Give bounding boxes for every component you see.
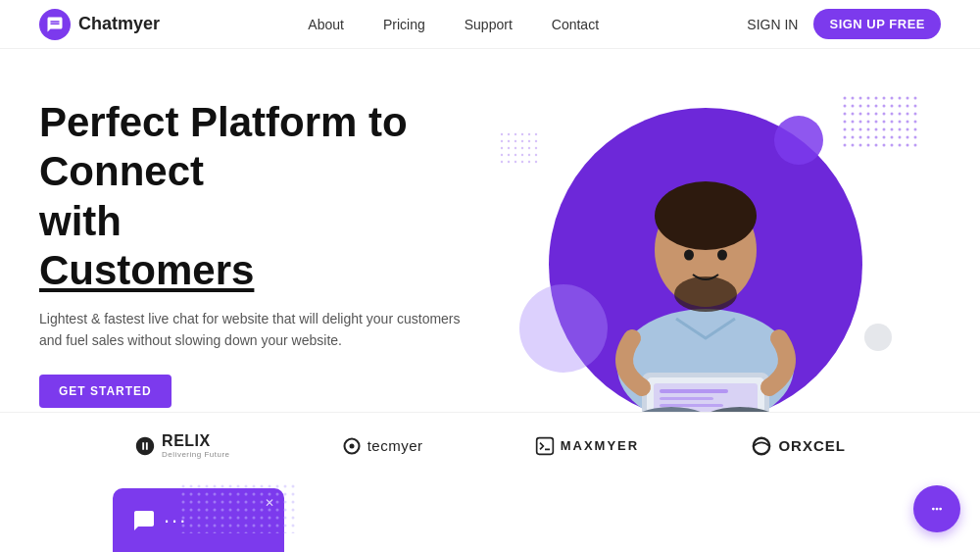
svg-point-8 xyxy=(684,250,694,261)
svg-point-7 xyxy=(674,276,737,312)
svg-rect-14 xyxy=(660,397,713,400)
svg-rect-13 xyxy=(660,389,728,393)
hero-person-illustration xyxy=(534,93,877,412)
logo-orxcel: ORXCEL xyxy=(751,435,846,457)
relix-icon xyxy=(134,435,156,457)
svg-point-28 xyxy=(939,508,942,511)
hero-illustration xyxy=(470,88,941,412)
hero-section: Perfect Platform to Connect with Custome… xyxy=(0,49,980,412)
dots-pattern-tl xyxy=(500,132,539,167)
svg-point-6 xyxy=(655,181,757,250)
logo-tecmyer: tecmyer xyxy=(342,436,423,456)
svg-rect-22 xyxy=(536,437,553,454)
svg-point-26 xyxy=(932,508,935,511)
relix-brand: RELIX Delivering Future xyxy=(162,432,229,459)
nav-actions: SIGN IN SIGN UP FREE xyxy=(747,9,941,39)
svg-point-23 xyxy=(754,437,770,454)
sign-up-button[interactable]: SIGN UP FREE xyxy=(813,9,941,39)
relix-name: RELIX xyxy=(162,432,211,449)
hero-left: Perfect Platform to Connect with Custome… xyxy=(39,88,470,408)
brand: Chatmyer xyxy=(39,9,160,40)
hero-title-underline: Customers xyxy=(39,247,254,293)
hero-title-line2: with xyxy=(39,198,122,244)
widget-chat-icon xyxy=(132,509,156,532)
get-started-button[interactable]: GET STARTED xyxy=(39,375,172,408)
tecmyer-name: tecmyer xyxy=(368,437,423,454)
svg-point-9 xyxy=(717,250,727,261)
relix-sub: Delivering Future xyxy=(162,450,229,459)
svg-rect-25 xyxy=(181,484,299,533)
nav-contact[interactable]: Contact xyxy=(552,17,599,32)
nav-about[interactable]: About xyxy=(308,17,344,32)
logo-maxmyer: MAXMYER xyxy=(535,436,639,456)
svg-point-21 xyxy=(349,443,354,448)
tecmyer-icon xyxy=(342,436,362,456)
navbar: Chatmyer About Pricing Support Contact S… xyxy=(0,0,980,49)
brand-icon xyxy=(39,9,71,40)
hero-subtitle: Lightest & fastest live chat for website… xyxy=(39,308,470,352)
bottom-dots-pattern xyxy=(181,484,299,537)
nav-pricing[interactable]: Pricing xyxy=(383,17,425,32)
hero-title-line1: Perfect Platform to Connect xyxy=(39,99,408,194)
nav-links: About Pricing Support Contact xyxy=(308,17,599,32)
nav-support[interactable]: Support xyxy=(465,17,513,32)
logos-section: RELIX Delivering Future tecmyer MAXMYER … xyxy=(0,412,980,478)
maxmyer-icon xyxy=(535,436,555,456)
chat-bubble-icon xyxy=(926,498,948,520)
maxmyer-name: MAXMYER xyxy=(561,438,639,453)
orxcel-name: ORXCEL xyxy=(778,437,846,454)
brand-name: Chatmyer xyxy=(78,14,160,34)
orxcel-icon xyxy=(751,435,772,457)
logo-relix: RELIX Delivering Future xyxy=(134,432,229,459)
svg-rect-3 xyxy=(500,132,539,167)
hero-title: Perfect Platform to Connect with Custome… xyxy=(39,98,470,296)
chat-bubble-button[interactable] xyxy=(913,485,960,532)
svg-rect-15 xyxy=(660,404,723,407)
sign-in-button[interactable]: SIGN IN xyxy=(747,17,798,32)
svg-point-27 xyxy=(936,508,939,511)
